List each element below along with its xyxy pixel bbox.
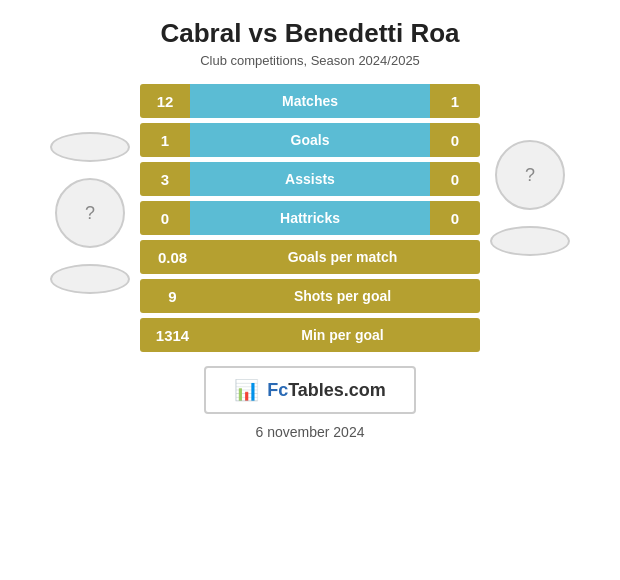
stat-left-goals-per-match: 0.08 [140,240,205,274]
stat-right-matches: 1 [430,84,480,118]
stat-row-hattricks: 0 Hattricks 0 [140,201,480,235]
content-area: ? 12 Matches 1 1 Goals 0 3 Assists 0 0 H… [0,84,620,352]
stat-row-assists: 3 Assists 0 [140,162,480,196]
stat-left-min-per-goal: 1314 [140,318,205,352]
stat-row-goals-per-match: 0.08 Goals per match [140,240,480,274]
stat-right-hattricks: 0 [430,201,480,235]
brand-text: FcTables.com [267,380,386,401]
player-left-avatar: ? [55,178,125,248]
subtitle: Club competitions, Season 2024/2025 [160,53,459,68]
stat-row-matches: 12 Matches 1 [140,84,480,118]
player-left-icon: ? [85,203,95,224]
stat-left-goals: 1 [140,123,190,157]
brand-icon: 📊 [234,378,259,402]
player-right-icon: ? [525,165,535,186]
date-text: 6 november 2024 [256,424,365,440]
player-right: ? [490,140,570,256]
stat-row-goals: 1 Goals 0 [140,123,480,157]
stat-label-hattricks: Hattricks [190,201,430,235]
main-title: Cabral vs Benedetti Roa [160,18,459,49]
brand-box: 📊 FcTables.com [204,366,416,414]
stat-left-assists: 3 [140,162,190,196]
stat-left-shots-per-goal: 9 [140,279,205,313]
player-right-avatar: ? [495,140,565,210]
player-right-ellipse [490,226,570,256]
player-left: ? [50,132,130,294]
stat-label-assists: Assists [190,162,430,196]
title-section: Cabral vs Benedetti Roa Club competition… [160,18,459,68]
stat-label-shots-per-goal: Shots per goal [205,279,480,313]
stat-right-goals: 0 [430,123,480,157]
player-left-ellipse-top [50,132,130,162]
stat-label-goals-per-match: Goals per match [205,240,480,274]
stat-left-matches: 12 [140,84,190,118]
player-left-ellipse-bottom [50,264,130,294]
stat-row-shots-per-goal: 9 Shots per goal [140,279,480,313]
stat-label-min-per-goal: Min per goal [205,318,480,352]
stat-right-assists: 0 [430,162,480,196]
stat-label-matches: Matches [190,84,430,118]
stat-label-goals: Goals [190,123,430,157]
brand-section: 📊 FcTables.com [204,366,416,414]
stats-table: 12 Matches 1 1 Goals 0 3 Assists 0 0 Hat… [140,84,480,352]
stat-row-min-per-goal: 1314 Min per goal [140,318,480,352]
stat-left-hattricks: 0 [140,201,190,235]
